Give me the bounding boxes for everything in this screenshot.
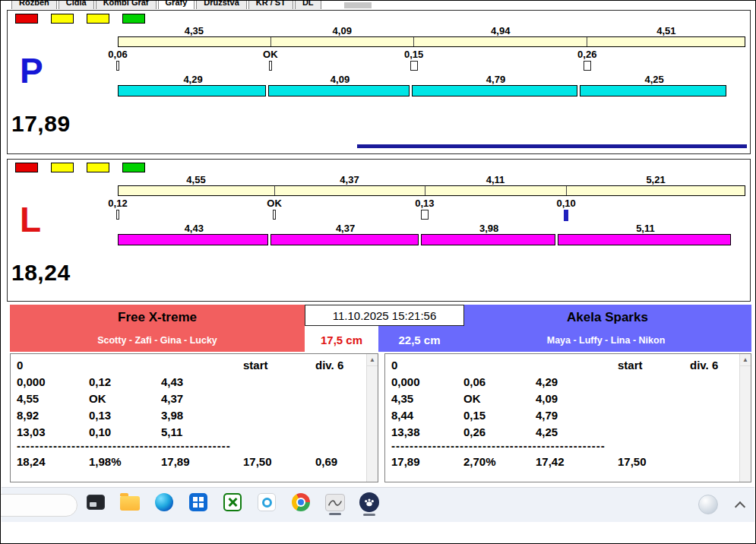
table-header-row: 0startdiv. 6 xyxy=(391,357,737,374)
team-left-name: Free X-treme xyxy=(10,305,305,328)
table-separator: ----------------------------------------… xyxy=(391,441,606,454)
scroll-up-icon[interactable]: ▲ xyxy=(367,354,378,366)
team-right-result-table: 0startdiv. 60,0000,064,294,35OK4,098,440… xyxy=(384,353,751,482)
crossing-marker-line xyxy=(116,61,119,71)
datetime-box: 11.10.2025 15:21:56 xyxy=(305,305,464,326)
track-segment xyxy=(275,186,425,195)
table-row: 13,380,264,25 xyxy=(391,424,737,441)
table-cell: 1,98% xyxy=(89,454,161,470)
lane-letter: P xyxy=(20,53,43,88)
flyball-app-icon[interactable] xyxy=(324,492,346,520)
table-cell xyxy=(243,424,315,441)
crossing-marker-box xyxy=(584,61,591,71)
crossing-time-label: OK xyxy=(263,49,278,60)
bars-row xyxy=(118,85,729,98)
window-icon[interactable] xyxy=(85,492,106,520)
tab-rozbeh[interactable]: Rozbeh xyxy=(11,1,57,9)
tab-kombi-graf[interactable]: Kombi Graf xyxy=(96,1,157,9)
table-cell: 0 xyxy=(391,357,463,374)
table-body: 0startdiv. 60,0000,124,434,55OK4,378,920… xyxy=(11,354,378,470)
file-explorer-icon[interactable] xyxy=(119,492,141,520)
table-cell: 0,000 xyxy=(391,374,463,391)
time-bar xyxy=(421,234,556,245)
table-cell: OK xyxy=(463,391,536,407)
tab-strip-spacer xyxy=(344,2,372,8)
app-q-icon[interactable] xyxy=(256,492,277,520)
split-time-label: 4,37 xyxy=(274,174,425,185)
table-cell: 0,15 xyxy=(463,407,536,424)
tab-cidla[interactable]: Cidla xyxy=(59,1,94,9)
tab-grafy[interactable]: Grafy xyxy=(158,1,195,9)
progress-line xyxy=(357,144,747,148)
scroll-up-icon[interactable]: ▲ xyxy=(740,354,751,366)
chrome-icon[interactable] xyxy=(290,492,312,520)
time-bar xyxy=(118,85,266,96)
table-cell: 4,35 xyxy=(391,391,463,407)
store-icon[interactable] xyxy=(188,492,209,520)
lane-panel-l: 4,554,374,115,21 0,12OK0,130,10 4,434,37… xyxy=(7,159,751,302)
crossing-marker-box xyxy=(421,210,429,220)
status-square xyxy=(122,163,145,172)
table-cell: 0,13 xyxy=(89,407,161,424)
status-square xyxy=(15,14,38,24)
tab-druzstva[interactable]: Druzstva xyxy=(196,1,246,9)
copilot-icon[interactable] xyxy=(698,495,718,514)
table-row: 0,0000,064,29 xyxy=(391,374,737,391)
table-cell xyxy=(618,424,690,441)
app-window: RozbehCidlaKombi GrafGrafyDruzstvaKR / S… xyxy=(0,0,756,544)
status-squares xyxy=(15,163,750,172)
table-scrollbar[interactable]: ▲ xyxy=(739,354,751,482)
paw-app-icon[interactable] xyxy=(359,492,380,520)
table-cell xyxy=(618,374,690,391)
time-bar xyxy=(558,234,731,245)
crossing-marker-line xyxy=(273,210,276,220)
bar-time-label: 4,29 xyxy=(118,74,268,85)
bar-time-label: 4,37 xyxy=(270,223,421,234)
crossing-time-label: 0,26 xyxy=(577,49,596,60)
table-scrollbar[interactable]: ▲ xyxy=(366,354,378,482)
table-cell: 4,79 xyxy=(536,407,618,424)
table-row: 13,030,105,11 xyxy=(17,424,364,441)
tab-kr-st[interactable]: KR / ST xyxy=(248,1,293,9)
split-times-row: 4,554,374,115,21 xyxy=(118,174,745,185)
table-cell: 17,89 xyxy=(161,454,243,470)
table-cell xyxy=(690,454,737,470)
edge-icon[interactable] xyxy=(153,492,175,520)
bar-time-label: 4,25 xyxy=(580,74,729,85)
chevron-up-icon[interactable] xyxy=(735,501,745,511)
table-cell: 17,50 xyxy=(243,454,315,470)
table-cell: 13,38 xyxy=(391,424,463,441)
table-cell xyxy=(243,374,315,391)
table-cell xyxy=(315,391,364,407)
table-cell: 0,06 xyxy=(463,374,536,391)
table-cell: 8,44 xyxy=(391,407,463,424)
table-cell xyxy=(690,374,737,391)
time-bar xyxy=(118,234,268,245)
table-row: 0,0000,124,43 xyxy=(17,374,364,391)
tab-dl[interactable]: DL xyxy=(295,1,321,9)
table-cell xyxy=(243,391,315,407)
team-left-header: Free X-treme Scotty - Zafi - Gina - Luck… xyxy=(10,305,305,352)
lane-bar-area: 4,554,374,115,21 0,12OK0,130,10 4,434,37… xyxy=(118,174,745,247)
table-cell: 0,10 xyxy=(89,424,161,441)
crossing-time-label: 0,13 xyxy=(415,198,434,209)
track-segment xyxy=(587,37,745,46)
xbox-icon[interactable] xyxy=(222,492,243,520)
team-left-result-table: 0startdiv. 60,0000,124,434,55OK4,378,920… xyxy=(10,353,378,482)
table-cell: 8,92 xyxy=(17,407,89,424)
table-cell: start xyxy=(243,357,315,374)
dog-bars-block: 4,294,094,794,25 xyxy=(118,74,729,98)
crossing-time-label: OK xyxy=(267,198,282,209)
taskbar-right xyxy=(698,495,744,514)
search-input[interactable] xyxy=(0,494,77,517)
bar-time-label: 4,79 xyxy=(412,74,580,85)
status-square xyxy=(51,14,74,24)
table-cell: 13,03 xyxy=(17,424,89,441)
split-time-label: 5,21 xyxy=(566,174,745,185)
crossing-time-label: 0,15 xyxy=(404,49,423,60)
table-cell xyxy=(690,407,737,424)
table-cell xyxy=(690,391,737,407)
table-cell xyxy=(536,357,618,374)
table-cell: 3,98 xyxy=(161,407,243,424)
table-cell xyxy=(161,357,243,374)
